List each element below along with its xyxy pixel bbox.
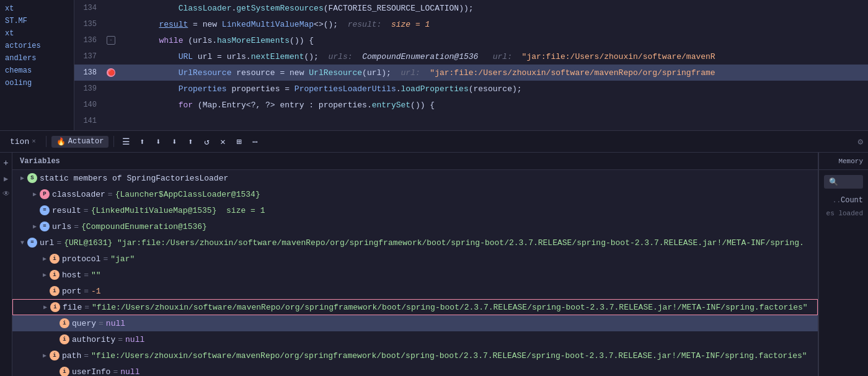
toolbar-btn-list[interactable]: ☰: [119, 135, 133, 148]
toolbar-btn-table[interactable]: ⊞: [232, 135, 246, 148]
expand-arrow-protocol[interactable]: ▶: [40, 254, 50, 264]
var-row-protocol[interactable]: ▶ i protocol = "jar": [12, 251, 818, 267]
var-eq-classloader: =: [108, 190, 113, 199]
toolbar-sep-1: [46, 136, 46, 147]
sidebar-item-5[interactable]: andlers: [0, 52, 74, 65]
var-name-userinfo: userInfo: [72, 367, 110, 377]
memory-label: Memory: [838, 158, 863, 165]
var-val-file: "file:/Users/zhouxin/software/mavenRepo/…: [92, 303, 808, 312]
right-panel-header: Memory: [819, 153, 868, 170]
var-val-userinfo: null: [120, 367, 140, 377]
left-icon-1[interactable]: ▶: [1, 174, 11, 184]
fold-icon-136[interactable]: -: [107, 36, 115, 45]
line-content-140: for (Map.Entry<?, ?> entry : properties.…: [118, 101, 868, 110]
var-row-userinfo[interactable]: i userInfo = null: [12, 364, 818, 376]
line-number-137: 137: [74, 52, 104, 61]
var-name-url: url: [40, 238, 54, 248]
expand-arrow-static[interactable]: ▶: [17, 173, 27, 183]
var-name-result: result: [52, 206, 81, 215]
toolbar-btn-down1[interactable]: ⬇: [151, 135, 165, 148]
line-gutter-136: -: [104, 36, 118, 45]
var-val-classloader: {Launcher$AppClassLoader@1534}: [115, 190, 260, 199]
left-icon-bar: + ▶ 👁: [0, 153, 12, 376]
sidebar-item-6[interactable]: chemas: [0, 65, 74, 77]
expand-arrow-urls[interactable]: ▶: [30, 222, 40, 231]
var-name-host: host: [62, 271, 81, 280]
expand-arrow-file[interactable]: ▶: [40, 302, 50, 312]
tab-close-btn[interactable]: ×: [32, 138, 36, 145]
expand-arrow-url[interactable]: ▼: [17, 238, 27, 248]
code-editor: xt ST.MF xt actories andlers chemas ooli…: [0, 0, 868, 130]
sidebar-item-7[interactable]: ooling: [0, 77, 74, 89]
settings-gear-icon[interactable]: ⚙: [858, 137, 863, 147]
code-line-138: 138 🔴 UrlResource resource = new UrlReso…: [74, 65, 868, 81]
var-row-result[interactable]: = result = {LinkedMultiValueMap@1535} si…: [12, 202, 818, 218]
var-name-classloader: classLoader: [52, 190, 105, 199]
sidebar-item-3[interactable]: xt: [0, 27, 74, 40]
var-name-protocol: protocol: [62, 254, 100, 264]
toolbar-btn-x[interactable]: ✕: [216, 135, 229, 148]
var-eq-authority: =: [118, 335, 123, 344]
var-icon-protocol: i: [50, 254, 60, 264]
var-val-port: -1: [91, 287, 101, 296]
toolbar-sep-2: [113, 136, 114, 147]
left-icon-2[interactable]: 👁: [1, 189, 11, 199]
actuator-icon: 🔥: [56, 137, 66, 146]
code-line-139: 139 Properties properties = PropertiesLo…: [74, 81, 868, 97]
var-name-port: port: [62, 287, 81, 296]
tab-name: tion: [10, 137, 29, 146]
expand-arrow-classloader[interactable]: ▶: [30, 189, 40, 199]
count-label: Count: [841, 196, 863, 205]
var-row-url[interactable]: ▼ = url = {URL@1631} "jar:file:/Users/zh…: [12, 235, 818, 251]
var-icon-port: i: [50, 286, 60, 296]
var-row-classloader[interactable]: ▶ P classLoader = {Launcher$AppClassLoad…: [12, 186, 818, 202]
var-eq-protocol: =: [103, 254, 108, 264]
code-line-136: 136 - while (urls.hasMoreElements()) {: [74, 32, 868, 48]
code-line-140: 140 for (Map.Entry<?, ?> entry : propert…: [74, 97, 868, 113]
var-name-file: file: [63, 303, 82, 312]
var-name-authority: authority: [72, 335, 115, 344]
variables-title: Variables: [20, 157, 60, 166]
line-number-138: 138: [74, 68, 104, 77]
toolbar-btn-refresh[interactable]: ↺: [200, 135, 213, 148]
line-number-140: 140: [74, 101, 104, 109]
var-row-static[interactable]: ▶ S static members of SpringFactoriesLoa…: [12, 170, 818, 186]
expand-arrow-userinfo: [50, 367, 60, 376]
expand-arrow-authority: [50, 334, 60, 344]
es-loaded-text: es loaded: [819, 207, 868, 220]
breakpoint-icon-138[interactable]: 🔴: [107, 68, 115, 77]
toolbar-btn-up1[interactable]: ⬆: [135, 135, 149, 148]
actuator-label: Actuator: [68, 137, 104, 146]
var-row-file[interactable]: ▶ i file = "file:/Users/zhouxin/software…: [12, 299, 818, 315]
var-row-authority[interactable]: i authority = null: [12, 331, 818, 347]
toolbar-btn-expand[interactable]: ⋯: [248, 135, 262, 148]
left-sidebar: xt ST.MF xt actories andlers chemas ooli…: [0, 0, 74, 130]
sidebar-item-1[interactable]: xt: [0, 2, 74, 15]
var-icon-userinfo: i: [60, 367, 69, 376]
actuator-button[interactable]: 🔥 Actuator: [51, 136, 109, 148]
var-eq-file: =: [84, 303, 89, 312]
var-icon-url: =: [27, 238, 37, 248]
var-icon-host: i: [50, 270, 60, 280]
toolbar-btn-down2[interactable]: ⬇: [167, 135, 181, 148]
var-icon-result: =: [40, 205, 50, 215]
var-row-query[interactable]: i query = null: [12, 315, 818, 331]
sidebar-item-4[interactable]: actories: [0, 40, 74, 52]
var-icon-file: i: [50, 302, 60, 312]
var-eq-userinfo: =: [113, 367, 118, 377]
var-row-port[interactable]: i port = -1: [12, 283, 818, 299]
line-number-139: 139: [74, 84, 104, 93]
var-row-urls[interactable]: ▶ = urls = {CompoundEnumeration@1536}: [12, 218, 818, 235]
search-input[interactable]: [824, 175, 863, 189]
tab-label: tion ×: [5, 135, 41, 149]
line-content-136: while (urls.hasMoreElements()) {: [118, 36, 868, 45]
sidebar-item-2[interactable]: ST.MF: [0, 15, 74, 27]
var-row-path[interactable]: ▶ i path = "file:/Users/zhouxin/software…: [12, 347, 818, 364]
var-icon-path: i: [50, 351, 60, 360]
toolbar-btn-up2[interactable]: ⬆: [184, 135, 197, 148]
var-row-host[interactable]: ▶ i host = "": [12, 267, 818, 283]
expand-arrow-path[interactable]: ▶: [40, 351, 50, 360]
add-watch-btn[interactable]: +: [1, 158, 12, 169]
debug-panel: + ▶ 👁 Variables ▶ S static members of Sp…: [0, 153, 868, 376]
expand-arrow-host[interactable]: ▶: [40, 270, 50, 280]
